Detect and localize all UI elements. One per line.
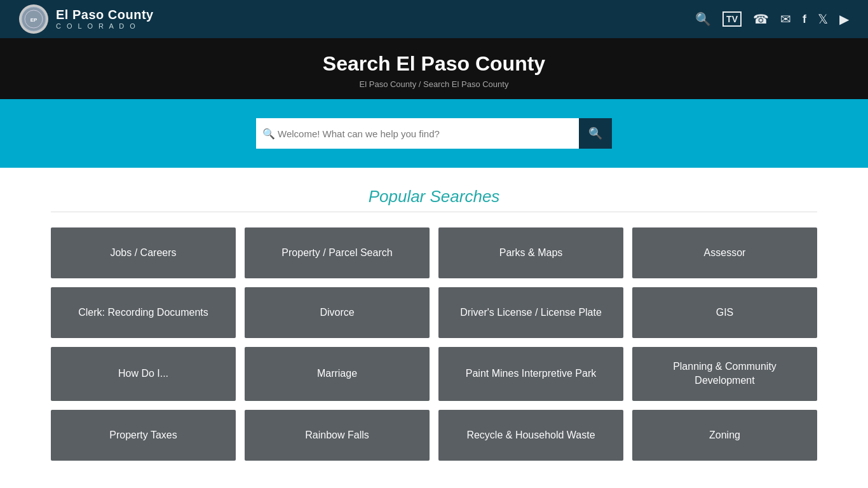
tile-gis[interactable]: GIS <box>632 287 817 338</box>
tile-jobs-careers[interactable]: Jobs / Careers <box>51 227 236 278</box>
popular-searches-heading: Popular Searches <box>51 187 817 207</box>
search-input[interactable] <box>256 118 579 149</box>
tv-icon[interactable]: TV <box>722 11 742 27</box>
tile-how-do-i-[interactable]: How Do I... <box>51 347 236 401</box>
header-icons: 🔍 TV ☎ ✉ f 𝕏 ▶ <box>695 11 849 27</box>
tile-zoning[interactable]: Zoning <box>632 410 817 461</box>
search-input-wrapper: 🔍 <box>256 118 579 149</box>
tile-planning-community-development[interactable]: Planning & Community Development <box>632 347 817 401</box>
tile-paint-mines-interpretive-park[interactable]: Paint Mines Interpretive Park <box>438 347 623 401</box>
search-bar: 🔍 🔍 <box>256 118 612 149</box>
logo-area[interactable]: EP El Paso County C O L O R A D O <box>19 4 154 34</box>
tiles-grid: Jobs / CareersProperty / Parcel SearchPa… <box>51 227 817 461</box>
tile-divorce[interactable]: Divorce <box>245 287 430 338</box>
county-seal: EP <box>19 4 48 34</box>
page-title: Search El Paso County <box>0 52 868 76</box>
svg-text:EP: EP <box>31 17 37 23</box>
tile-clerk-recording-documents[interactable]: Clerk: Recording Documents <box>51 287 236 338</box>
search-button[interactable]: 🔍 <box>579 118 612 149</box>
search-icon[interactable]: 🔍 <box>695 11 711 27</box>
search-section: 🔍 🔍 <box>0 99 868 168</box>
logo-text: El Paso County C O L O R A D O <box>56 7 154 30</box>
tile-property-parcel-search[interactable]: Property / Parcel Search <box>245 227 430 278</box>
tile-marriage[interactable]: Marriage <box>245 347 430 401</box>
breadcrumb: El Paso County / Search El Paso County <box>0 79 868 89</box>
mail-icon[interactable]: ✉ <box>780 11 791 27</box>
tile-recycle-household-waste[interactable]: Recycle & Household Waste <box>438 410 623 461</box>
tile-parks-maps[interactable]: Parks & Maps <box>438 227 623 278</box>
tile-property-taxes[interactable]: Property Taxes <box>51 410 236 461</box>
youtube-icon[interactable]: ▶ <box>839 11 849 27</box>
facebook-icon[interactable]: f <box>803 13 806 26</box>
search-input-icon: 🔍 <box>262 128 275 140</box>
twitter-icon[interactable]: 𝕏 <box>818 11 828 27</box>
phone-icon[interactable]: ☎ <box>753 11 769 27</box>
search-button-icon: 🔍 <box>588 126 602 140</box>
tile-assessor[interactable]: Assessor <box>632 227 817 278</box>
site-header: EP El Paso County C O L O R A D O 🔍 TV ☎… <box>0 0 868 38</box>
tile-rainbow-falls[interactable]: Rainbow Falls <box>245 410 430 461</box>
section-divider <box>51 212 817 212</box>
page-title-bar: Search El Paso County El Paso County / S… <box>0 38 868 99</box>
popular-searches-section: Popular Searches Jobs / CareersProperty … <box>0 168 868 473</box>
tile-driver-s-license-license-plate[interactable]: Driver's License / License Plate <box>438 287 623 338</box>
